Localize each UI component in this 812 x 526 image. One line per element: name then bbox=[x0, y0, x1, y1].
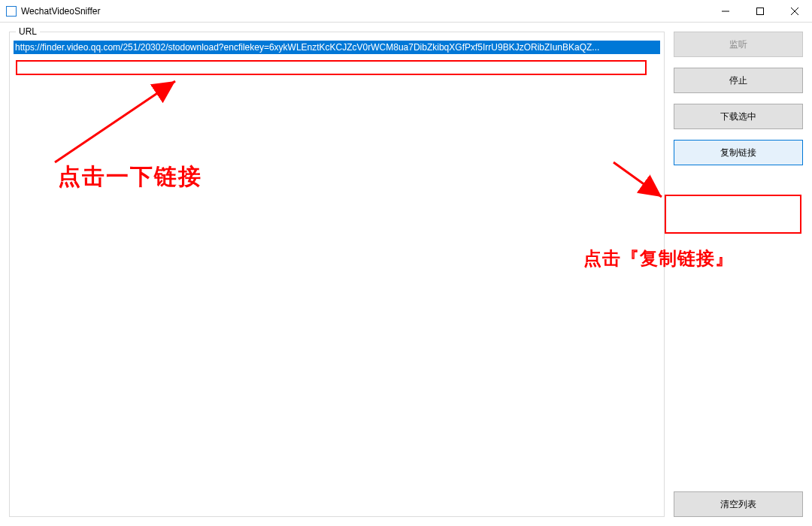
main-pane: URL https://finder.video.qq.com/251/2030… bbox=[9, 32, 665, 517]
url-list-item[interactable]: https://finder.video.qq.com/251/20302/st… bbox=[14, 41, 660, 54]
listen-button[interactable]: 监听 bbox=[674, 32, 803, 57]
copy-link-button[interactable]: 复制链接 bbox=[674, 140, 803, 165]
maximize-button[interactable] bbox=[743, 0, 777, 22]
close-button[interactable] bbox=[777, 0, 812, 22]
window-controls bbox=[708, 0, 812, 22]
minimize-icon bbox=[722, 8, 729, 15]
url-groupbox: URL https://finder.video.qq.com/251/2030… bbox=[9, 32, 665, 517]
minimize-button[interactable] bbox=[708, 0, 743, 22]
app-icon bbox=[6, 6, 17, 17]
clear-list-button[interactable]: 清空列表 bbox=[674, 491, 803, 517]
titlebar: WechatVideoSniffer bbox=[0, 0, 812, 23]
spacer bbox=[674, 176, 803, 481]
close-icon bbox=[791, 8, 798, 15]
stop-button[interactable]: 停止 bbox=[674, 68, 803, 93]
maximize-icon bbox=[756, 8, 764, 15]
window-title: WechatVideoSniffer bbox=[21, 6, 708, 17]
download-selected-button[interactable]: 下载选中 bbox=[674, 104, 803, 129]
client-area: URL https://finder.video.qq.com/251/2030… bbox=[0, 23, 812, 526]
side-pane: 监听 停止 下载选中 复制链接 清空列表 bbox=[674, 32, 803, 517]
groupbox-label: URL bbox=[16, 26, 40, 37]
svg-rect-1 bbox=[757, 8, 764, 14]
